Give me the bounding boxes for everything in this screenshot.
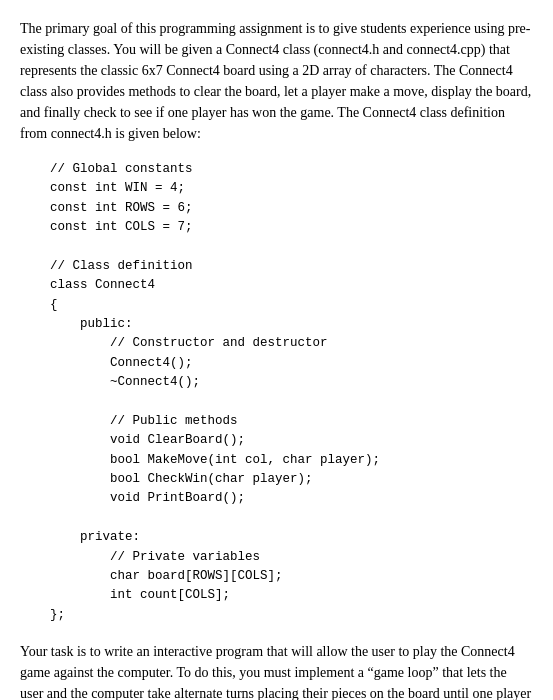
outro-paragraph: Your task is to write an interactive pro… (20, 641, 533, 700)
intro-paragraph: The primary goal of this programming ass… (20, 18, 533, 144)
code-block: // Global constants const int WIN = 4; c… (50, 160, 533, 625)
